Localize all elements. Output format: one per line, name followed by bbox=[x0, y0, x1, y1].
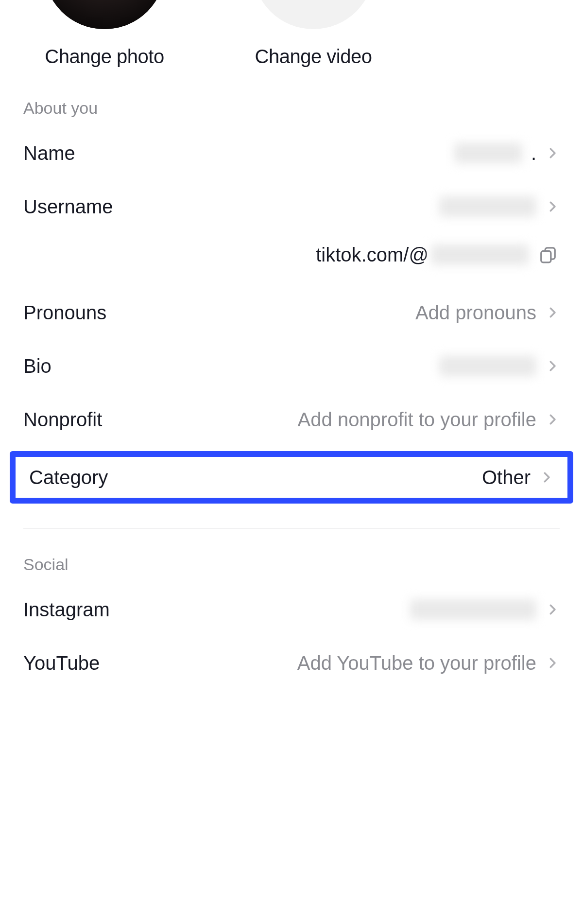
label-name: Name bbox=[23, 142, 75, 164]
placeholder-pronouns: Add pronouns bbox=[415, 302, 536, 324]
profile-url-handle-redacted bbox=[431, 244, 529, 265]
value-instagram-redacted bbox=[410, 599, 536, 620]
label-bio: Bio bbox=[23, 355, 51, 377]
row-bio[interactable]: Bio bbox=[0, 339, 583, 393]
label-pronouns: Pronouns bbox=[23, 302, 106, 324]
profile-video-avatar[interactable] bbox=[253, 0, 374, 29]
label-username: Username bbox=[23, 196, 113, 218]
label-category: Category bbox=[29, 467, 108, 488]
chevron-right-icon bbox=[539, 467, 554, 488]
row-username[interactable]: Username bbox=[0, 180, 583, 233]
value-bio-redacted bbox=[439, 356, 536, 376]
section-header-social: Social bbox=[0, 543, 583, 583]
copy-url-button[interactable] bbox=[536, 243, 560, 266]
change-photo-item[interactable]: Change photo bbox=[0, 0, 209, 68]
change-video-item[interactable]: Change video bbox=[209, 0, 418, 68]
value-name-trailing: . bbox=[531, 142, 536, 164]
edit-profile-page: Change photo Change video About you Name… bbox=[0, 0, 583, 719]
row-name[interactable]: Name . bbox=[0, 126, 583, 180]
media-row: Change photo Change video bbox=[0, 0, 583, 87]
chevron-right-icon bbox=[545, 409, 560, 430]
highlight-category: Category Other bbox=[10, 451, 573, 504]
chevron-right-icon bbox=[545, 599, 560, 620]
chevron-right-icon bbox=[545, 302, 560, 323]
label-instagram: Instagram bbox=[23, 599, 110, 621]
change-photo-label: Change photo bbox=[45, 46, 164, 68]
section-header-about: About you bbox=[0, 87, 583, 126]
copy-icon bbox=[538, 245, 558, 264]
row-pronouns[interactable]: Pronouns Add pronouns bbox=[0, 286, 583, 339]
row-instagram[interactable]: Instagram bbox=[0, 583, 583, 636]
profile-url-text: tiktok.com/@ bbox=[316, 244, 529, 266]
change-video-label: Change video bbox=[255, 46, 372, 68]
profile-photo-avatar[interactable] bbox=[44, 0, 165, 29]
row-profile-url: tiktok.com/@ bbox=[0, 233, 583, 286]
chevron-right-icon bbox=[545, 196, 560, 217]
placeholder-youtube: Add YouTube to your profile bbox=[297, 652, 536, 674]
label-youtube: YouTube bbox=[23, 652, 100, 674]
value-category: Other bbox=[482, 467, 531, 488]
chevron-right-icon bbox=[545, 652, 560, 674]
value-username-redacted bbox=[439, 196, 536, 217]
chevron-right-icon bbox=[545, 142, 560, 164]
label-nonprofit: Nonprofit bbox=[23, 409, 102, 431]
profile-url-prefix: tiktok.com/@ bbox=[316, 244, 429, 266]
row-category[interactable]: Category Other bbox=[16, 457, 567, 498]
value-name-redacted bbox=[454, 143, 522, 163]
section-divider bbox=[23, 528, 560, 529]
row-nonprofit[interactable]: Nonprofit Add nonprofit to your profile bbox=[0, 393, 583, 446]
placeholder-nonprofit: Add nonprofit to your profile bbox=[298, 409, 536, 431]
svg-rect-1 bbox=[541, 251, 551, 262]
row-youtube[interactable]: YouTube Add YouTube to your profile bbox=[0, 636, 583, 690]
chevron-right-icon bbox=[545, 355, 560, 377]
